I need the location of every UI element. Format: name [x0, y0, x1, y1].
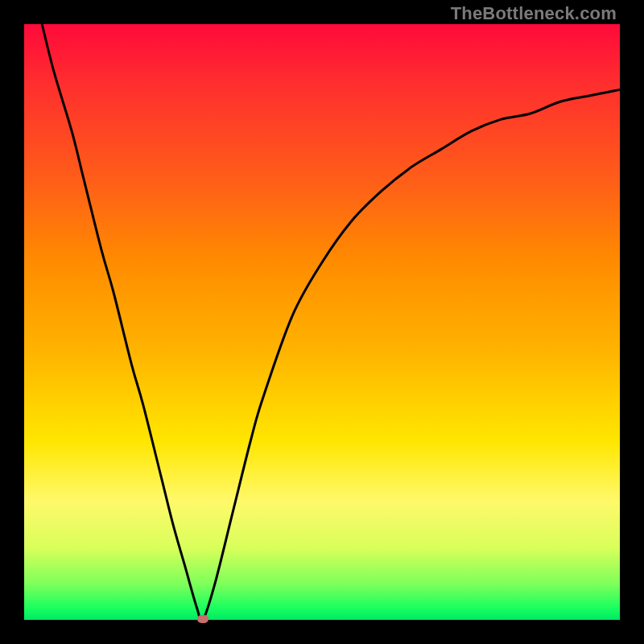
- plot-area: [24, 24, 620, 620]
- min-marker: [197, 615, 208, 623]
- watermark-label: TheBottleneck.com: [451, 3, 617, 24]
- curve-path: [42, 24, 620, 621]
- chart-container: TheBottleneck.com: [0, 0, 644, 644]
- curve-svg: [24, 24, 620, 620]
